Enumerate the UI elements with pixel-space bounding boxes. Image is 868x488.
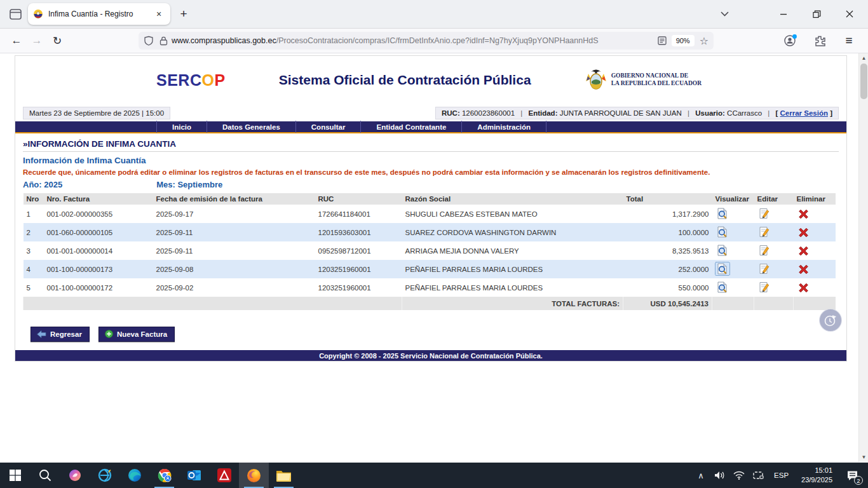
cell-razon: PEÑAFIEL PARRALES MARIA LOURDES: [402, 278, 623, 297]
wifi-icon[interactable]: [731, 463, 747, 488]
tab-title: Infima Cuantía - Registro: [48, 10, 153, 18]
visualizar-button[interactable]: [715, 262, 729, 275]
forward-button[interactable]: →: [27, 31, 47, 50]
file-explorer-icon: [276, 469, 292, 482]
logout-link[interactable]: Cerrar Sesión: [780, 109, 828, 117]
visualizar-button[interactable]: [715, 226, 729, 238]
extension-floating-button[interactable]: [819, 309, 842, 332]
delete-x-icon: [798, 264, 809, 274]
shield-icon[interactable]: [144, 36, 154, 46]
visualizar-button[interactable]: [715, 281, 729, 294]
taskbar-chrome-button[interactable]: [149, 463, 179, 488]
visualizar-button[interactable]: [715, 207, 729, 220]
add-plus-icon: [105, 330, 113, 338]
taskbar-search-button[interactable]: [30, 463, 60, 488]
chrome-icon: [157, 468, 172, 483]
eliminar-button[interactable]: [797, 263, 811, 276]
firefox-icon: [246, 468, 262, 484]
breadcrumb-text: INFORMACIÓN DE INFIMA CUANTIA: [28, 139, 176, 149]
notifications-button[interactable]: 2: [840, 463, 864, 488]
new-tab-button[interactable]: +: [174, 4, 193, 24]
lock-icon[interactable]: [159, 36, 168, 46]
firefox-view-button[interactable]: [5, 4, 25, 24]
regresar-button[interactable]: Regresar: [31, 327, 90, 342]
sercop-logo: SERCOP: [156, 71, 226, 90]
hidden-icons-chevron[interactable]: ∧: [693, 463, 709, 488]
table-row: 1 001-002-000000355 2025-09-17 172664118…: [24, 205, 836, 223]
copilot-icon: [68, 468, 82, 482]
connect-monitor-icon[interactable]: [750, 463, 766, 488]
cell-fecha: 2025-09-17: [153, 205, 315, 223]
menu-item-inicio[interactable]: Inicio: [156, 121, 207, 133]
reader-view-icon[interactable]: [658, 36, 667, 45]
eliminar-button[interactable]: [797, 208, 811, 220]
col-header-razon: Razón Social: [402, 193, 623, 205]
taskbar-acrobat-button[interactable]: [209, 463, 239, 488]
browser-toolbar: ← → ↻ www.compraspublicas.gob.ec/Proceso…: [0, 29, 868, 53]
taskbar-outlook-button[interactable]: [179, 463, 209, 488]
firefox-view-icon: [10, 9, 22, 20]
account-icon: [783, 34, 797, 48]
month-value: Septiembre: [177, 180, 222, 189]
eliminar-button[interactable]: [797, 245, 811, 257]
menu-item-consultar[interactable]: Consultar: [295, 121, 361, 133]
menu-button[interactable]: ≡: [840, 32, 858, 50]
editar-button[interactable]: [757, 207, 771, 220]
col-header-nro: Nro: [24, 193, 44, 205]
cell-total: 550.0000: [623, 278, 712, 297]
restore-button[interactable]: [808, 6, 825, 22]
editar-button[interactable]: [757, 281, 771, 294]
editar-button[interactable]: [757, 244, 771, 257]
extensions-button[interactable]: [811, 32, 829, 50]
taskbar-date: 23/9/2025: [801, 475, 832, 485]
clock-rocket-icon: [823, 313, 838, 328]
taskbar-edge-button[interactable]: [119, 463, 149, 488]
cell-ruc: 1726641184001: [315, 205, 402, 223]
view-document-icon: [717, 245, 728, 256]
total-label: TOTAL FACTURAS:: [402, 297, 623, 310]
menu-item-administracion[interactable]: Administración: [461, 121, 546, 133]
separator: |: [520, 109, 522, 117]
taskbar-explorer-button[interactable]: [269, 463, 299, 488]
language-indicator[interactable]: ESP: [769, 471, 794, 479]
datetime-box: Martes 23 de Septiembre de 2025 | 15:00: [23, 107, 170, 119]
bookmark-star-icon[interactable]: ☆: [700, 35, 709, 47]
list-tabs-button[interactable]: [715, 5, 733, 23]
volume-icon[interactable]: [712, 463, 728, 488]
minimize-button[interactable]: [775, 6, 792, 22]
back-button[interactable]: ←: [6, 31, 27, 50]
reload-button[interactable]: ↻: [47, 31, 67, 50]
taskbar-clock[interactable]: 15:01 23/9/2025: [796, 466, 837, 485]
cell-nro: 1: [24, 205, 44, 223]
cell-ruc: 0952598712001: [315, 241, 402, 260]
scroll-down-arrow[interactable]: ▼: [859, 452, 868, 462]
entidad-label: Entidad:: [528, 109, 557, 117]
visualizar-button[interactable]: [715, 244, 729, 257]
nueva-factura-button[interactable]: Nueva Factura: [98, 327, 175, 342]
view-document-icon: [717, 281, 728, 293]
year-month-row: Año: 2025 Mes: Septiembre: [23, 180, 839, 189]
total-value: USD 10,545.2413: [623, 297, 712, 310]
separator: |: [688, 109, 689, 117]
editar-button[interactable]: [757, 262, 771, 275]
eliminar-button[interactable]: [797, 226, 811, 239]
eliminar-button[interactable]: [797, 281, 811, 294]
vertical-scrollbar[interactable]: ▲ ▼: [858, 53, 868, 462]
taskbar-ie-button[interactable]: [90, 463, 119, 488]
url-bar[interactable]: www.compraspublicas.gob.ec/ProcesoContra…: [139, 32, 714, 50]
tab-close-icon[interactable]: ×: [153, 8, 165, 20]
browser-tab[interactable]: Infima Cuantía - Registro ×: [28, 3, 170, 25]
zoom-level-badge[interactable]: 90%: [672, 35, 695, 46]
menu-item-entidad-contratante[interactable]: Entidad Contratante: [360, 121, 461, 133]
scroll-up-arrow[interactable]: ▲: [859, 53, 868, 63]
scrollbar-thumb[interactable]: [860, 64, 867, 99]
start-button[interactable]: [0, 463, 30, 488]
main-menu: Inicio Datos Generales Consultar Entidad…: [15, 121, 846, 133]
menu-item-datos-generales[interactable]: Datos Generales: [207, 121, 295, 133]
editar-button[interactable]: [757, 226, 771, 238]
taskbar-copilot-button[interactable]: [60, 463, 90, 488]
account-button[interactable]: [782, 32, 799, 50]
internet-explorer-icon: [97, 468, 112, 483]
close-window-button[interactable]: [841, 6, 858, 22]
taskbar-firefox-button[interactable]: [239, 463, 269, 488]
